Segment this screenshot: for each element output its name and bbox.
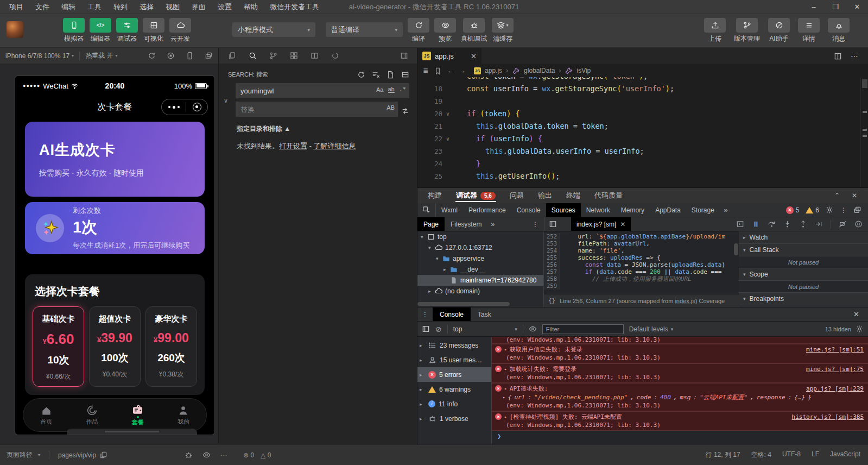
page-path-dropdown[interactable]: 页面路径: [7, 450, 33, 460]
refresh-results-icon[interactable]: [357, 71, 365, 79]
breadcrumb-symbol[interactable]: globalData: [524, 67, 555, 74]
source-scrollbar[interactable]: [734, 243, 738, 255]
tree-item-(no domain)[interactable]: ▸(no domain): [417, 286, 543, 297]
tab-close-icon[interactable]: ✕: [620, 221, 625, 228]
outline-icon[interactable]: ≣: [423, 67, 428, 75]
eol-setting[interactable]: LF: [812, 450, 819, 460]
phone-tab-套餐[interactable]: 套餐: [115, 399, 161, 431]
menu-帮助[interactable]: 帮助: [238, 0, 264, 14]
compile-dropdown[interactable]: 普通编译▾: [326, 22, 403, 37]
devtools-tab-Console[interactable]: Console: [511, 203, 546, 217]
phone-tab-首页[interactable]: 首页: [23, 399, 69, 431]
navigator-kebab-icon[interactable]: ⋮: [527, 221, 544, 228]
statusbar-debug-icon[interactable]: [185, 451, 193, 459]
navigator-tab-Page[interactable]: Page: [417, 217, 445, 231]
undock-icon[interactable]: [853, 206, 861, 214]
console-settings-icon[interactable]: [856, 325, 864, 333]
toolbar-button-清缓存[interactable]: ▾清缓存: [492, 18, 514, 43]
collapse-navigator-icon[interactable]: [549, 220, 557, 228]
minimize-button[interactable]: –: [803, 0, 825, 14]
phone-tab-我的[interactable]: 我的: [161, 399, 206, 431]
toggle-replace-icon[interactable]: ∨: [224, 97, 228, 104]
search-details-toggle[interactable]: 指定目录和排除 ▲: [237, 124, 408, 134]
clear-results-icon[interactable]: [372, 71, 380, 79]
warning-count[interactable]: 6: [815, 206, 819, 214]
learn-more-link[interactable]: 了解详细信息: [314, 142, 356, 150]
maximize-button[interactable]: ❒: [825, 0, 846, 14]
search-icon[interactable]: [249, 52, 257, 60]
console-filter-5 errors[interactable]: ▸×5 errors: [417, 367, 491, 382]
statusbar-preview-icon[interactable]: [202, 451, 211, 459]
phone-tab-作品[interactable]: 作品: [69, 399, 115, 431]
plan-card-超值次卡[interactable]: 超值次卡¥39.90100次¥0.40/次: [89, 306, 141, 387]
toolbar-button-版本管理[interactable]: 版本管理: [734, 18, 760, 43]
console-filter-23 messages[interactable]: ▸23 messages: [417, 338, 491, 353]
devtools-settings-icon[interactable]: [826, 206, 834, 214]
devtools-tab-Storage[interactable]: Storage: [686, 203, 720, 217]
pretty-print-icon[interactable]: {}: [548, 297, 555, 304]
panel-tab-输出[interactable]: 输出: [531, 188, 559, 203]
encoding-setting[interactable]: UTF-8: [782, 450, 801, 460]
tree-item-top[interactable]: ▾top: [417, 231, 543, 242]
menu-微信开发者工具[interactable]: 微信开发者工具: [264, 0, 325, 14]
devtools-tab-Performance[interactable]: Performance: [463, 203, 511, 217]
console-tab-Console[interactable]: Console: [433, 307, 471, 321]
multi-window-icon[interactable]: [205, 52, 213, 60]
menu-工具[interactable]: 工具: [81, 0, 107, 14]
step-into-icon[interactable]: [783, 220, 791, 228]
breadcrumb-symbol[interactable]: isVip: [576, 67, 591, 74]
toolbar-button-上传[interactable]: 上传: [704, 18, 726, 43]
toolbar-button-编译[interactable]: 编译: [408, 18, 429, 43]
theme-icon[interactable]: [331, 52, 339, 60]
record-icon[interactable]: [167, 52, 175, 60]
tree-item-127.0.0.1:63712[interactable]: ▾127.0.0.1:63712: [417, 242, 543, 253]
tree-item-appservice[interactable]: ▾appservice: [417, 253, 543, 264]
language-mode[interactable]: JavaScript: [830, 450, 860, 460]
show-debugger-sidebar-icon[interactable]: [736, 220, 744, 228]
menu-设置[interactable]: 设置: [212, 0, 238, 14]
panel-tab-代码质量[interactable]: 代码质量: [587, 188, 630, 203]
navigator-tab-Filesystem[interactable]: Filesystem: [445, 217, 487, 231]
pause-on-exceptions-icon[interactable]: [854, 220, 863, 228]
statusbar-more-icon[interactable]: ⋯: [220, 451, 227, 459]
replace-input[interactable]: [236, 102, 398, 117]
step-out-icon[interactable]: [799, 220, 807, 228]
toolbar-button-AI助手[interactable]: AI助手: [768, 18, 790, 43]
menu-视图[interactable]: 视图: [160, 0, 186, 14]
avatar[interactable]: [7, 21, 23, 38]
console-source-link[interactable]: app.js? [sm]:239: [806, 385, 864, 392]
console-filter-1 verbose[interactable]: ▸1 verbose: [417, 411, 491, 426]
toolbar-button-云开发[interactable]: 云开发: [169, 18, 191, 43]
console-tab-Task[interactable]: Task: [471, 307, 498, 321]
collapse-results-icon[interactable]: [401, 71, 409, 79]
more-nav-tabs-icon[interactable]: »: [487, 221, 498, 228]
copy-path-icon[interactable]: [99, 451, 107, 459]
cursor-position[interactable]: 行 12, 列 17: [706, 450, 740, 460]
step-icon[interactable]: [815, 220, 823, 228]
panel-close-icon[interactable]: ✕: [852, 192, 857, 199]
open-settings-link[interactable]: 打开设置: [279, 142, 307, 150]
plan-card-基础次卡[interactable]: 基础次卡¥6.6010次¥0.66/次: [33, 306, 84, 387]
replace-all-icon[interactable]: [401, 107, 409, 115]
source-file-tab[interactable]: index.js? [sm] ✕: [571, 217, 631, 231]
toolbar-button-调试器[interactable]: 调试器: [116, 18, 138, 43]
log-levels-dropdown[interactable]: Default levels▾: [629, 325, 674, 333]
pause-icon[interactable]: [752, 220, 760, 228]
console-filter-input[interactable]: [542, 324, 624, 334]
more-tabs-icon[interactable]: »: [720, 206, 732, 214]
menu-选择[interactable]: 选择: [134, 0, 160, 14]
tree-scrollbar[interactable]: [417, 302, 510, 306]
indent-setting[interactable]: 空格: 4: [751, 450, 771, 460]
editor-scrollbar[interactable]: [860, 77, 868, 187]
tree-item-__dev__[interactable]: ▸__dev__: [417, 264, 543, 275]
extensions-icon[interactable]: [290, 52, 298, 60]
whole-word-icon[interactable]: ab: [388, 86, 395, 93]
console-sidebar-icon[interactable]: [422, 325, 430, 333]
hot-reload-toggle[interactable]: 热重载 开: [85, 51, 113, 60]
regex-icon[interactable]: .*: [399, 86, 406, 93]
devtools-tab-Sources[interactable]: Sources: [546, 203, 581, 217]
code-area[interactable]: const token = wx.getStorageSync('token')…: [417, 77, 860, 187]
nav-forward-icon[interactable]: →: [459, 67, 466, 75]
toolbar-button-预览[interactable]: 预览: [434, 18, 456, 43]
problems-warnings[interactable]: △ 0: [261, 451, 271, 459]
